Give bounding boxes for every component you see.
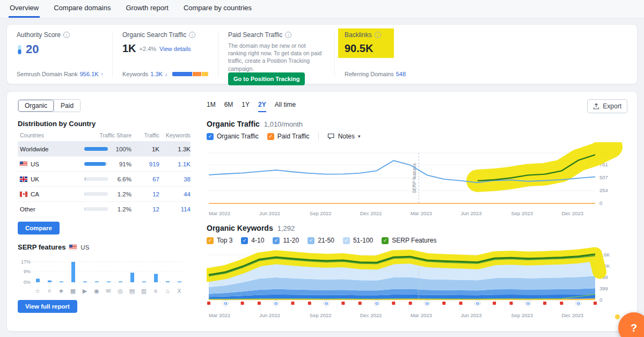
reviews-icon[interactable]: ☆	[32, 288, 43, 295]
legend-21-50[interactable]: ✓21-50	[308, 237, 334, 244]
col-countries: Countries	[18, 132, 84, 138]
keywords-value[interactable]: 44	[159, 191, 191, 197]
checkbox-icon[interactable]: ✓	[308, 237, 314, 244]
legend-51-100[interactable]: ✓51-100	[343, 237, 373, 244]
referring-domains-label: Referring Domains	[345, 71, 394, 77]
sitelinks-icon[interactable]: ⌗	[43, 288, 55, 295]
svg-text:Mar 2023: Mar 2023	[411, 210, 432, 216]
video-icon[interactable]: ▶	[79, 288, 91, 295]
legend-serp-features[interactable]: ✓SERP Features	[382, 237, 436, 244]
range-tab-all-time[interactable]: All time	[275, 101, 296, 112]
down-arrow-icon: ↓	[165, 71, 167, 77]
checkbox-icon[interactable]: ✓	[207, 237, 214, 244]
traffic-value[interactable]: 12	[131, 191, 159, 197]
svg-text:Jun 2022: Jun 2022	[259, 210, 280, 216]
help-icon: ?	[631, 322, 637, 334]
checkbox-icon[interactable]: ✓	[273, 237, 280, 244]
range-tab-6m[interactable]: 6M	[224, 101, 233, 112]
nav-tab-growth-report[interactable]: Growth report	[125, 0, 169, 18]
keywords-distribution-bar	[172, 72, 208, 76]
nav-tab-overview[interactable]: Overview	[9, 0, 40, 18]
traffic-value[interactable]: 12	[131, 206, 159, 213]
svg-text:0: 0	[599, 297, 602, 303]
country-row-worldwide[interactable]: Worldwide100%1K1.3K	[18, 141, 191, 156]
keywords-value[interactable]: 38	[159, 176, 191, 182]
view-full-report-button[interactable]: View full report	[18, 300, 77, 313]
info-icon[interactable]: i	[63, 32, 70, 38]
info-icon[interactable]: i	[189, 32, 195, 38]
jobs-icon[interactable]: ⌂	[162, 288, 173, 295]
svg-text:G: G	[577, 301, 580, 306]
notes-label: Notes	[338, 133, 355, 140]
domain-overview-page: OverviewCompare domainsGrowth reportComp…	[0, 0, 644, 337]
referring-domains-count[interactable]: 548	[396, 71, 406, 77]
image-pack-icon[interactable]: ▦	[67, 288, 79, 295]
range-tab-1y[interactable]: 1Y	[241, 101, 250, 112]
traffic-legend-items: ✓Organic Traffic✓Paid Traffic	[207, 133, 310, 140]
top-stories-icon[interactable]: ≡	[150, 288, 162, 295]
paid-traffic-description: The domain may be new or not ranking rig…	[228, 42, 325, 72]
backlinks-card-title: Backlinks	[345, 31, 372, 39]
legend-4-10[interactable]: ✓4-10	[241, 237, 264, 244]
organic-keywords-title: Organic Keywords	[207, 224, 273, 232]
authority-gauge-icon	[17, 45, 23, 55]
checkbox-icon[interactable]: ✓	[267, 133, 274, 140]
range-tab-1m[interactable]: 1M	[207, 101, 216, 112]
compare-button[interactable]: Compare	[18, 222, 60, 235]
country-row-us[interactable]: US91%9191.1K	[18, 156, 191, 171]
country-row-ca[interactable]: CA1.2%1244	[18, 186, 191, 201]
faq-icon[interactable]: ✉	[103, 288, 114, 295]
traffic-share-cell: 1.2%	[84, 191, 131, 197]
legend-11-20[interactable]: ✓11-20	[273, 237, 299, 244]
us-flag-icon	[20, 162, 27, 167]
keywords-value[interactable]: 1.1K	[159, 161, 191, 167]
twitter-icon[interactable]: X	[173, 288, 185, 295]
country-label: Other	[20, 206, 35, 213]
traffic-value[interactable]: 67	[131, 176, 159, 182]
checkbox-icon[interactable]: ✓	[343, 237, 350, 244]
domain-rank-value[interactable]: 956.1K	[80, 71, 99, 77]
toggle-organic[interactable]: Organic	[18, 100, 54, 112]
share-bar-fill	[84, 207, 85, 211]
range-tab-2y[interactable]: 2Y	[258, 101, 266, 112]
country-name: Other	[18, 206, 84, 213]
nav-tab-compare-by-countries[interactable]: Compare by countries	[182, 0, 253, 18]
organic-traffic-chart[interactable]: 02545077611KSERP featuresMar 2022Jun 202…	[207, 142, 625, 223]
legend-organic-traffic[interactable]: ✓Organic Traffic	[207, 133, 259, 140]
knowledge-panel-icon[interactable]: ◉	[91, 288, 103, 295]
carousel-icon[interactable]: ▥	[138, 288, 150, 295]
featured-snippet-icon[interactable]: ★	[55, 288, 67, 295]
organic-keywords-chart[interactable]: 03997981.2K1.6KGGGGGGGGMar 2022Jun 2022S…	[207, 246, 625, 321]
country-table: CountriesTraffic ShareTrafficKeywordsWor…	[18, 130, 191, 216]
notes-toggle[interactable]: Notes ▾	[327, 133, 361, 140]
legend-paid-traffic[interactable]: ✓Paid Traffic	[267, 133, 310, 140]
local-pack-icon[interactable]: ◎	[114, 288, 126, 295]
shopping-ads-icon[interactable]: ▤	[126, 288, 138, 295]
checkbox-icon[interactable]: ✓	[241, 237, 248, 244]
share-bar	[84, 207, 108, 211]
checkbox-icon[interactable]: ✓	[382, 237, 389, 244]
country-row-uk[interactable]: UK6.6%6738	[18, 171, 191, 186]
toggle-paid[interactable]: Paid	[54, 100, 80, 112]
traffic-value[interactable]: 919	[131, 161, 159, 167]
legend-label: Top 3	[217, 237, 232, 244]
serp-features-chart: 17%9%0%	[18, 255, 191, 287]
country-label: Worldwide	[20, 146, 48, 152]
svg-text:0%: 0%	[24, 280, 31, 285]
view-details-link[interactable]: View details	[159, 46, 191, 52]
info-icon[interactable]: i	[375, 32, 381, 38]
export-button[interactable]: Export	[587, 99, 627, 113]
traffic-value: 1K	[131, 146, 159, 152]
info-icon[interactable]: i	[285, 32, 291, 38]
legend-top-3[interactable]: ✓Top 3	[207, 237, 232, 244]
country-row-other[interactable]: Other1.2%12114	[18, 201, 191, 216]
share-bar-fill	[84, 162, 106, 166]
nav-tab-compare-domains[interactable]: Compare domains	[53, 0, 112, 18]
divider	[112, 31, 113, 77]
checkbox-icon[interactable]: ✓	[207, 133, 214, 140]
organic-traffic-delta: +2.4%	[140, 46, 157, 52]
position-tracking-button[interactable]: Go to Position Tracking	[228, 72, 305, 85]
keywords-value[interactable]: 114	[159, 206, 191, 213]
keywords-count[interactable]: 1.3K	[150, 71, 163, 77]
share-value: 91%	[112, 161, 131, 167]
